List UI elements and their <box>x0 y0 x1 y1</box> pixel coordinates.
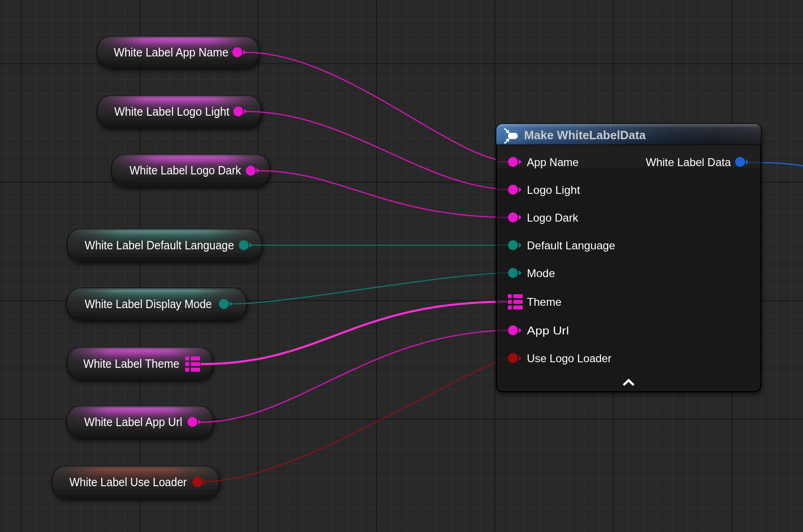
svg-text:White Label Display Mode: White Label Display Mode <box>85 297 212 310</box>
svg-text:App Name: App Name <box>527 156 579 168</box>
svg-text:Theme: Theme <box>527 296 562 308</box>
svg-text:White Label App Name: White Label App Name <box>114 46 229 59</box>
svg-text:White Label Use Loader: White Label Use Loader <box>69 476 187 489</box>
svg-text:Use Logo Loader: Use Logo Loader <box>527 352 612 365</box>
svg-text:Mode: Mode <box>527 267 555 279</box>
svg-text:App Url: App Url <box>527 324 569 337</box>
svg-text:White Label Default Language: White Label Default Language <box>85 239 234 252</box>
svg-text:White Label App Url: White Label App Url <box>84 415 182 428</box>
svg-text:White Label Logo Dark: White Label Logo Dark <box>130 164 241 177</box>
svg-text:White Label Logo Light: White Label Logo Light <box>114 105 229 118</box>
svg-text:Default Language: Default Language <box>527 239 615 252</box>
svg-text:Logo Light: Logo Light <box>527 184 580 196</box>
svg-text:White Label Data: White Label Data <box>646 156 731 168</box>
svg-text:Logo Dark: Logo Dark <box>527 211 579 224</box>
svg-text:White Label Theme: White Label Theme <box>83 357 179 370</box>
svg-text:Make WhiteLabelData: Make WhiteLabelData <box>524 128 646 142</box>
